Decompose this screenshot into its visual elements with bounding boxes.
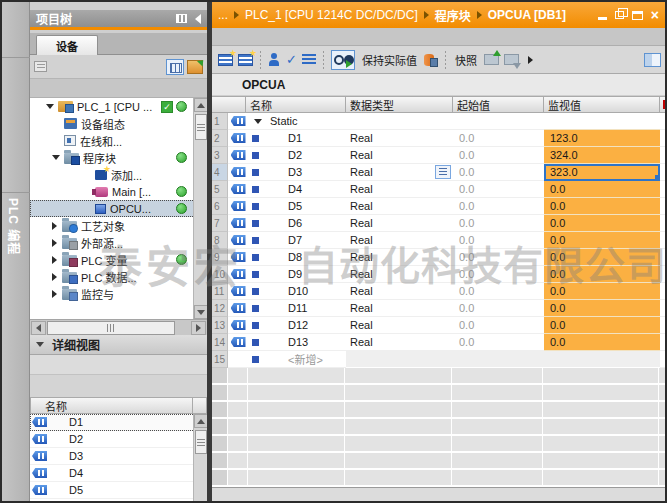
tree-item-plc-datatypes[interactable]: PLC 数据... (30, 268, 207, 285)
monitor-value-cell[interactable]: 0.0 (544, 300, 660, 317)
monitor-value-cell-selected[interactable]: 323.0 (544, 164, 660, 181)
detail-name-column-header[interactable]: 名称 (30, 397, 193, 414)
name-cell[interactable]: D6 (248, 215, 346, 232)
start-value-cell[interactable]: 0.0 (453, 198, 544, 215)
expander-open-icon[interactable] (254, 119, 262, 124)
collapse-panel-icon[interactable] (195, 14, 201, 24)
tree-item-tech-objects[interactable]: 工艺对象 (30, 217, 207, 234)
table-row-d2[interactable]: 3 D2 Real 0.0 324.0 (212, 147, 667, 164)
keep-actual-values-button[interactable]: 保持实际值 (362, 52, 417, 68)
name-cell[interactable]: <新增> (248, 351, 346, 368)
name-cell[interactable]: D5 (248, 198, 346, 215)
name-cell[interactable]: D9 (248, 266, 346, 283)
table-row-d10[interactable]: 11 D10 Real 0.0 0.0 (212, 283, 667, 300)
name-cell[interactable]: D3 (248, 164, 346, 181)
start-value-cell[interactable]: 0.0 (453, 249, 544, 266)
retain-db-lock-icon[interactable] (424, 53, 438, 67)
open-table-icon[interactable] (187, 60, 203, 74)
scroll-right-button[interactable] (191, 321, 206, 335)
tree-item-plc-tags[interactable]: PLC 变量 (30, 251, 207, 268)
tree-item-device-config[interactable]: 设备组态 (30, 115, 207, 132)
table-row-static[interactable]: 1 Static (212, 113, 667, 130)
monitor-value-cell[interactable]: 324.0 (544, 147, 660, 164)
name-cell[interactable]: D7 (248, 232, 346, 249)
type-cell[interactable] (346, 113, 453, 130)
start-value-cell[interactable]: 0.0 (453, 232, 544, 249)
tree-horizontal-scrollbar[interactable] (30, 319, 207, 335)
expander-closed-icon[interactable] (52, 222, 57, 230)
monitor-value-cell[interactable] (544, 113, 660, 130)
detail-row-d4[interactable]: D4 (30, 465, 207, 482)
monitor-value-cell[interactable]: 0.0 (544, 198, 660, 215)
column-header-startvalue[interactable]: 起始值 (453, 96, 544, 113)
scrollbar-thumb[interactable] (195, 114, 207, 140)
auto-collapse-icon[interactable] (176, 14, 187, 23)
monitor-all-toggle-icon[interactable] (331, 50, 355, 70)
name-cell[interactable]: D12 (248, 317, 346, 334)
monitor-value-cell[interactable]: 123.0 (544, 130, 660, 147)
name-cell[interactable]: D2 (248, 147, 346, 164)
expand-members-icon[interactable] (302, 54, 316, 66)
tab-devices[interactable]: 设备 (36, 35, 98, 55)
start-value-cell[interactable]: 0.0 (453, 266, 544, 283)
table-row-d6[interactable]: 7 D6 Real 0.0 0.0 (212, 215, 667, 232)
column-header-name[interactable]: 名称 (246, 96, 346, 113)
scroll-left-button[interactable] (31, 321, 46, 335)
name-cell[interactable]: D8 (248, 249, 346, 266)
scroll-down-button[interactable] (194, 305, 207, 319)
start-value-cell[interactable]: 0.0 (453, 300, 544, 317)
monitor-value-cell[interactable]: 0.0 (544, 266, 660, 283)
start-value-cell[interactable] (453, 113, 544, 130)
close-icon[interactable]: × (651, 9, 659, 21)
copy-snapshot-to-start-icon[interactable] (484, 54, 499, 65)
monitor-value-cell[interactable] (544, 351, 660, 368)
scrollbar-thumb[interactable] (47, 321, 175, 335)
table-row-d3[interactable]: 4 D3 Real 0.0 323.0 (212, 164, 667, 181)
monitor-value-cell[interactable]: 0.0 (544, 283, 660, 300)
breadcrumb-opcua-db1[interactable]: OPCUA [DB1] (488, 8, 566, 22)
table-row-d4[interactable]: 5 D4 Real 0.0 0.0 (212, 181, 667, 198)
start-value-cell[interactable]: 0.0 (453, 164, 544, 181)
restore-icon[interactable] (615, 11, 624, 19)
start-value-cell[interactable]: 0.0 (453, 334, 544, 351)
table-row-d12[interactable]: 13 D12 Real 0.0 0.0 (212, 317, 667, 334)
tree-item-add-block[interactable]: 添加... (30, 166, 207, 183)
monitor-value-cell[interactable]: 0.0 (544, 317, 660, 334)
name-cell[interactable]: D11 (248, 300, 346, 317)
datatype-dropdown-button[interactable] (435, 165, 451, 179)
type-cell[interactable]: Real (346, 198, 453, 215)
start-value-cell[interactable]: 0.0 (453, 147, 544, 164)
rail-tab-plc-programming[interactable]: PLC 编程 (6, 198, 23, 255)
type-cell[interactable]: Real (346, 130, 453, 147)
table-row-d1[interactable]: 2 D1 Real 0.0 123.0 (212, 130, 667, 147)
detail-row-d2[interactable]: D2 (30, 431, 207, 448)
details-view-toggle-icon[interactable] (166, 59, 184, 75)
detail-row-d1[interactable]: D1 (30, 414, 207, 431)
tree-view-icon[interactable] (34, 61, 47, 72)
load-snapshot-icon[interactable] (504, 54, 519, 65)
table-row-add-new[interactable]: 15 <新增> (212, 351, 667, 368)
start-value-cell[interactable]: 0.0 (453, 317, 544, 334)
name-cell[interactable]: D13 (248, 334, 346, 351)
expander-closed-icon[interactable] (52, 256, 57, 264)
name-cell[interactable]: D4 (248, 181, 346, 198)
table-row-d11[interactable]: 12 D11 Real 0.0 0.0 (212, 300, 667, 317)
tree-item-opcua-db[interactable]: OPCU... (30, 200, 207, 217)
snapshot-button[interactable]: 快照 (455, 52, 477, 68)
expander-closed-icon[interactable] (52, 290, 57, 298)
breadcrumb-program-blocks[interactable]: 程序块 (435, 7, 471, 24)
detail-row-d5[interactable]: D5 (30, 482, 207, 499)
minimize-icon[interactable] (598, 17, 607, 20)
monitor-value-cell[interactable]: 0.0 (544, 232, 660, 249)
type-cell[interactable]: Real (346, 215, 453, 232)
table-row-d8[interactable]: 9 D8 Real 0.0 0.0 (212, 249, 667, 266)
split-editor-icon[interactable] (644, 53, 661, 67)
name-cell[interactable]: D1 (248, 130, 346, 147)
tree-item-external-sources[interactable]: 外部源... (30, 234, 207, 251)
tree-item-online-diag[interactable]: 在线和... (30, 132, 207, 149)
add-row-icon[interactable] (238, 54, 253, 66)
tree-item-main-ob[interactable]: Main [... (30, 183, 207, 200)
expander-closed-icon[interactable] (52, 273, 57, 281)
start-value-cell[interactable] (453, 351, 544, 368)
detail-view-scrollbar[interactable] (193, 414, 207, 501)
